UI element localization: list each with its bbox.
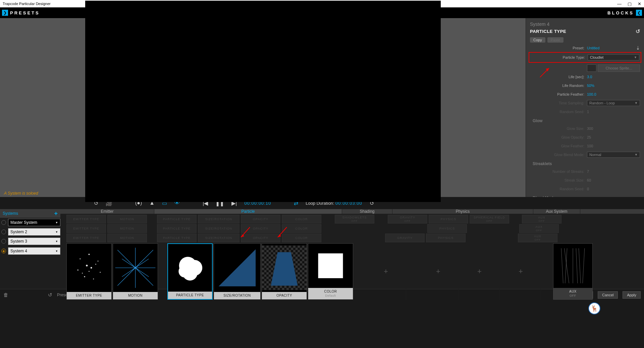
block-emitter-type[interactable]: EMITTER TYPE bbox=[66, 215, 106, 223]
blocks-label[interactable]: BLOCKS bbox=[607, 10, 634, 15]
glow-opacity-value: 25 bbox=[587, 135, 591, 139]
col-physics[interactable]: Physics bbox=[392, 209, 533, 214]
add-spherical-button[interactable]: + bbox=[501, 243, 541, 300]
block-motion[interactable]: MOTION bbox=[107, 215, 147, 223]
block-color[interactable]: COLOR bbox=[282, 224, 321, 233]
block-row: EMITTER TYPE MOTION PARTICLE TYPE SIZE/R… bbox=[60, 214, 644, 224]
thumb-color[interactable]: COLORDefault bbox=[308, 243, 353, 300]
block-aux[interactable]: AUXOFF bbox=[519, 224, 559, 233]
preview-area: A System is soloed bbox=[0, 18, 526, 197]
random-seed-value: 1 bbox=[587, 110, 589, 114]
svg-point-5 bbox=[91, 267, 92, 269]
block-row: EMITTER TYPE MOTION PARTICLE TYPE SIZE/R… bbox=[60, 233, 644, 243]
block-emitter-type[interactable]: EMITTER TYPE bbox=[66, 224, 106, 233]
window-minimize-icon[interactable]: — bbox=[617, 1, 622, 6]
streaklets-section: Streaklets bbox=[533, 161, 640, 166]
system-select-master[interactable]: Master System▼ bbox=[8, 219, 60, 226]
window-close-icon[interactable]: ✕ bbox=[638, 1, 641, 6]
eye-icon-2[interactable] bbox=[1, 230, 6, 234]
preview-canvas[interactable] bbox=[85, 1, 441, 202]
block-spherical[interactable]: SPHERICAL FIELDOFF bbox=[470, 215, 509, 223]
reset-icon[interactable]: ↺ bbox=[636, 28, 640, 35]
add-gravity-button[interactable]: + bbox=[418, 243, 459, 300]
block-size-rot[interactable]: SIZE/ROTATION bbox=[198, 234, 239, 242]
panel-title: PARTICLE TYPE bbox=[530, 29, 566, 34]
life-random-value[interactable]: 50% bbox=[587, 84, 594, 88]
thumb-opacity[interactable]: OPACITY bbox=[262, 243, 307, 300]
svg-point-8 bbox=[93, 279, 94, 280]
feather-value[interactable]: 100.0 bbox=[587, 92, 596, 96]
thumb-particle-type[interactable]: PARTICLE TYPE bbox=[167, 243, 213, 300]
block-aux[interactable]: AUXOFF bbox=[522, 215, 561, 223]
block-opacity[interactable]: OPACITY bbox=[241, 234, 280, 242]
block-motion[interactable]: MOTION bbox=[107, 234, 147, 242]
streak-rseed-label: Random Seed: bbox=[530, 187, 587, 191]
block-gravity[interactable]: GRAVITYOFF bbox=[388, 215, 427, 223]
num-streaks-label: Number of Streaks: bbox=[530, 169, 587, 173]
eye-icon-4[interactable]: ◉ bbox=[1, 249, 6, 253]
block-emitter-type[interactable]: EMITTER TYPE bbox=[66, 234, 106, 242]
col-aux[interactable]: Aux System bbox=[533, 209, 580, 214]
svg-point-2 bbox=[89, 254, 90, 255]
add-system-icon[interactable]: + bbox=[54, 210, 58, 217]
trash-icon[interactable]: 🗑 bbox=[3, 292, 8, 298]
svg-point-11 bbox=[95, 264, 96, 265]
particle-type-select[interactable]: Cloudlet▼ bbox=[588, 54, 639, 60]
thumb-size-rotation[interactable]: SIZE/ROTATION bbox=[214, 243, 261, 300]
life-value[interactable]: 3.0 bbox=[587, 75, 592, 79]
presets-label[interactable]: PRESETS bbox=[10, 10, 40, 15]
system-select-4[interactable]: System 4▼ bbox=[8, 247, 60, 255]
block-particle-type[interactable]: PARTICLE TYPE bbox=[157, 224, 197, 233]
add-shading-button[interactable]: + bbox=[366, 243, 406, 300]
block-physics[interactable]: PHYSICS bbox=[426, 234, 466, 242]
time-sampling-label: Time Sampling: bbox=[530, 101, 587, 105]
eye-icon-3[interactable] bbox=[1, 239, 6, 244]
thumb-emitter-type[interactable]: EMITTER TYPE bbox=[66, 243, 112, 300]
eye-icon-master[interactable] bbox=[1, 220, 6, 225]
systems-header: Systems bbox=[3, 211, 18, 216]
copy-button[interactable]: Copy bbox=[530, 37, 545, 43]
glow-opacity-label: Glow Opacity: bbox=[530, 135, 587, 139]
window-maximize-icon[interactable]: ▢ bbox=[628, 1, 632, 6]
add-physics-button[interactable]: + bbox=[460, 243, 500, 300]
block-opacity[interactable]: OPACITY bbox=[241, 224, 280, 233]
svg-point-10 bbox=[82, 273, 83, 274]
num-streaks-value: 7 bbox=[587, 169, 589, 173]
blocks-toggle-button[interactable]: ❮ bbox=[636, 10, 642, 16]
system-select-3[interactable]: System 3▼ bbox=[8, 238, 60, 245]
footer-reset-icon[interactable]: ↺ bbox=[48, 292, 52, 298]
block-size-rot[interactable]: SIZE/ROTATION bbox=[198, 224, 239, 233]
block-motion[interactable]: MOTION bbox=[107, 224, 147, 233]
col-emitter[interactable]: Emitter bbox=[60, 209, 154, 214]
choose-sprite-button[interactable]: Choose Sprite... bbox=[598, 64, 640, 72]
sprite-swatch[interactable] bbox=[587, 64, 596, 72]
col-particle[interactable]: Particle bbox=[154, 209, 342, 214]
svg-point-12 bbox=[89, 271, 90, 272]
block-color[interactable]: COLOR bbox=[282, 234, 321, 242]
svg-point-4 bbox=[77, 269, 78, 270]
block-physics[interactable]: PHYSICS bbox=[427, 224, 467, 233]
svg-point-7 bbox=[84, 276, 85, 277]
block-size-rot[interactable]: SIZE/ROTATION bbox=[198, 215, 239, 223]
block-particle-type[interactable]: PARTICLE TYPE bbox=[157, 234, 197, 242]
block-color[interactable]: COLOR bbox=[282, 215, 321, 223]
thumb-motion[interactable]: MOTION bbox=[113, 243, 158, 300]
blendmode-section: Blend Mode bbox=[533, 196, 640, 197]
block-particle-type[interactable]: PARTICLE TYPE bbox=[157, 215, 197, 223]
block-gravity[interactable]: GRAVITY bbox=[385, 234, 425, 242]
presets-toggle-button[interactable]: ❯ bbox=[2, 10, 8, 16]
save-preset-icon[interactable]: ⇣ bbox=[636, 45, 640, 51]
col-shading[interactable]: Shading bbox=[342, 209, 392, 214]
block-opacity[interactable]: OPACITY bbox=[241, 215, 280, 223]
solo-message: A System is soloed bbox=[4, 191, 38, 196]
preset-value[interactable]: Untitled bbox=[587, 46, 636, 50]
block-row: EMITTER TYPE MOTION PARTICLE TYPE SIZE/R… bbox=[60, 224, 644, 233]
block-shadowlets[interactable]: SHADOWLETSOFF bbox=[335, 215, 374, 223]
block-physics[interactable]: PHYSICS bbox=[429, 215, 468, 223]
paste-button[interactable]: Paste bbox=[547, 37, 564, 43]
thumb-aux[interactable]: AUXOFF bbox=[553, 243, 593, 300]
svg-rect-39 bbox=[318, 253, 343, 278]
system-select-2[interactable]: System 2▼ bbox=[8, 228, 60, 236]
block-aux[interactable]: AUXOFF bbox=[518, 234, 557, 242]
svg-point-6 bbox=[100, 272, 101, 273]
